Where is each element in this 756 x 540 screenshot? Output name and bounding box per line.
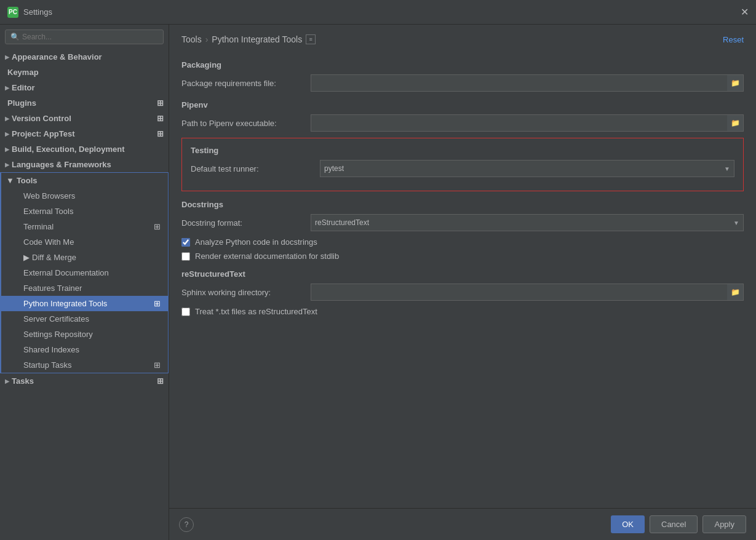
sidebar-item-label: Web Browsers — [23, 191, 75, 201]
sidebar-item-tasks[interactable]: ▶ Tasks ⊞ — [0, 373, 169, 389]
arrow-icon: ▶ — [5, 146, 9, 153]
testing-section-title: Testing — [191, 146, 734, 155]
sidebar-item-terminal[interactable]: Terminal ⊞ — [1, 219, 168, 234]
sidebar-item-external-documentation[interactable]: External Documentation — [1, 265, 168, 280]
sidebar-item-editor[interactable]: ▶ Editor — [0, 80, 169, 95]
pipenv-path-input[interactable] — [311, 115, 727, 131]
badge-icon: ⊞ — [157, 114, 164, 123]
sidebar-item-label: External Tools — [23, 207, 73, 216]
external-link-icon: ⊞ — [157, 98, 164, 108]
arrow-icon: ▶ — [5, 85, 9, 91]
sidebar-item-version-control[interactable]: ▶ Version Control ⊞ — [0, 111, 169, 126]
sidebar-item-shared-indexes[interactable]: Shared Indexes — [1, 342, 168, 357]
arrow-down-icon: ▼ — [6, 176, 14, 185]
sidebar-item-appearance[interactable]: ▶ Appearance & Behavior — [0, 49, 169, 65]
sidebar-item-label: Terminal — [23, 222, 54, 231]
sidebar-item-startup-tasks[interactable]: Startup Tasks ⊞ — [1, 357, 168, 373]
sidebar-item-features-trainer[interactable]: Features Trainer — [1, 280, 168, 296]
sidebar-item-tools[interactable]: ▼ Tools — [1, 173, 168, 188]
pipenv-path-input-wrap: 📁 — [311, 114, 744, 132]
badge-icon: ⊞ — [157, 129, 164, 138]
close-button[interactable]: ✕ — [741, 6, 749, 18]
default-test-runner-label: Default test runner: — [191, 164, 314, 173]
sidebar-item-label: Python Integrated Tools — [23, 299, 107, 308]
sidebar-item-external-tools[interactable]: External Tools — [1, 204, 168, 219]
render-docs-label: Render external documentation for stdlib — [195, 252, 339, 261]
search-box[interactable]: 🔍 — [5, 30, 164, 44]
sidebar-item-keymap[interactable]: Keymap — [0, 65, 169, 80]
menu-icon: ≡ — [309, 36, 312, 42]
breadcrumb-arrow: › — [205, 34, 209, 44]
apply-button[interactable]: Apply — [702, 515, 746, 533]
sidebar-item-code-with-me[interactable]: Code With Me — [1, 234, 168, 250]
tools-section: ▼ Tools Web Browsers External Tools Term… — [0, 172, 169, 373]
default-test-runner-select[interactable]: pytest Unittest Nosetests Twisted Trial — [320, 161, 734, 177]
docstring-format-select[interactable]: reStructuredText NumPy Google Epytext — [311, 215, 743, 231]
main-header: Tools › Python Integrated Tools ≡ Reset — [169, 25, 756, 52]
render-docs-row: Render external documentation for stdlib — [181, 252, 744, 261]
badge-icon: ⊞ — [154, 299, 161, 308]
sidebar-item-build-exec[interactable]: ▶ Build, Execution, Deployment — [0, 141, 169, 157]
bottom-bar: ? OK Cancel Apply — [169, 508, 756, 540]
sidebar-item-label: Tasks — [12, 376, 34, 386]
titlebar: PC Settings ✕ — [0, 0, 756, 25]
window-title: Settings — [23, 7, 52, 17]
sphinx-dir-input[interactable] — [311, 284, 727, 300]
sidebar-item-label: Version Control — [12, 114, 71, 123]
badge-icon: ⊞ — [157, 376, 164, 386]
sidebar-item-diff-merge[interactable]: ▶ Diff & Merge — [1, 250, 168, 265]
search-input[interactable] — [22, 33, 158, 41]
content-area: 🔍 ▶ Appearance & Behavior Keymap ▶ Edito… — [0, 25, 756, 540]
sphinx-dir-label: Sphinx working directory: — [181, 288, 304, 297]
breadcrumb-parent: Tools — [181, 34, 202, 44]
settings-window: PC Settings ✕ 🔍 ▶ Appearance & Behavior … — [0, 0, 756, 540]
sidebar-item-label: Server Certificates — [23, 314, 89, 324]
help-button[interactable]: ? — [179, 517, 194, 532]
sidebar-item-label: Tools — [17, 176, 38, 185]
ok-button[interactable]: OK — [611, 515, 645, 533]
sidebar-item-label: Code With Me — [23, 237, 74, 247]
breadcrumb-menu-icon[interactable]: ≡ — [306, 34, 316, 44]
sidebar-item-python-integrated-tools[interactable]: Python Integrated Tools ⊞ — [1, 296, 168, 311]
package-requirements-browse-button[interactable]: 📁 — [727, 75, 743, 91]
docstrings-section-title: Docstrings — [181, 200, 744, 209]
sidebar-item-languages[interactable]: ▶ Languages & Frameworks — [0, 157, 169, 172]
treat-txt-checkbox[interactable] — [181, 308, 190, 316]
restructuredtext-section-title: reStructuredText — [181, 269, 744, 279]
sidebar-item-plugins[interactable]: Plugins ⊞ — [0, 95, 169, 111]
sidebar: 🔍 ▶ Appearance & Behavior Keymap ▶ Edito… — [0, 25, 169, 540]
sidebar-item-label: Appearance & Behavior — [12, 52, 102, 62]
sidebar-item-web-browsers[interactable]: Web Browsers — [1, 188, 168, 204]
treat-txt-label: Treat *.txt files as reStructuredText — [195, 307, 317, 316]
sidebar-item-label: External Documentation — [23, 268, 109, 277]
sidebar-item-label: Plugins — [7, 98, 36, 108]
analyze-docstrings-checkbox[interactable] — [181, 238, 190, 247]
pipenv-path-browse-button[interactable]: 📁 — [727, 115, 743, 131]
arrow-icon: ▶ — [23, 253, 30, 262]
sphinx-dir-browse-button[interactable]: 📁 — [727, 284, 743, 300]
docstring-format-row: Docstring format: reStructuredText NumPy… — [181, 214, 744, 231]
arrow-icon: ▶ — [5, 54, 9, 60]
sidebar-item-label: Diff & Merge — [32, 253, 76, 262]
sidebar-item-label: Settings Repository — [23, 330, 93, 339]
badge-icon: ⊞ — [154, 360, 161, 370]
package-requirements-input-wrap: 📁 — [311, 74, 744, 92]
sidebar-item-project-apptest[interactable]: ▶ Project: AppTest ⊞ — [0, 126, 169, 141]
package-requirements-label: Package requirements file: — [181, 79, 304, 88]
breadcrumb-current: Python Integrated Tools — [212, 34, 302, 44]
sidebar-item-label: Shared Indexes — [23, 345, 79, 354]
arrow-icon: ▶ — [5, 378, 9, 384]
sphinx-dir-input-wrap: 📁 — [311, 284, 744, 301]
package-requirements-input[interactable] — [311, 75, 727, 91]
sidebar-item-server-certificates[interactable]: Server Certificates — [1, 311, 168, 327]
arrow-icon: ▶ — [5, 131, 9, 137]
cancel-button[interactable]: Cancel — [650, 515, 698, 533]
pipenv-path-row: Path to Pipenv executable: 📁 — [181, 114, 744, 132]
arrow-icon: ▶ — [5, 162, 9, 168]
docstring-format-select-wrap: reStructuredText NumPy Google Epytext ▼ — [311, 214, 744, 231]
render-docs-checkbox[interactable] — [181, 252, 190, 261]
sidebar-item-label: Project: AppTest — [12, 129, 75, 138]
reset-button[interactable]: Reset — [723, 35, 744, 44]
sidebar-item-settings-repository[interactable]: Settings Repository — [1, 327, 168, 342]
badge-icon: ⊞ — [154, 222, 161, 231]
